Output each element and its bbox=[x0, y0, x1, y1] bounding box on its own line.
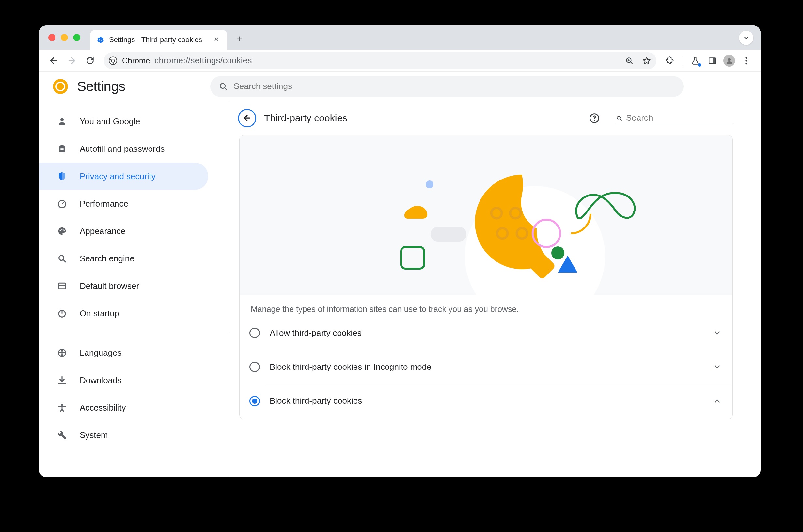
svg-point-7 bbox=[745, 57, 747, 58]
svg-rect-36 bbox=[401, 247, 424, 269]
svg-point-25 bbox=[61, 404, 63, 406]
tab-strip: Settings - Third-party cookies bbox=[39, 25, 761, 50]
svg-point-38 bbox=[551, 246, 565, 260]
page-title: Third-party cookies bbox=[264, 113, 347, 124]
profile-button[interactable] bbox=[721, 53, 737, 69]
radio-icon bbox=[249, 362, 260, 372]
svg-rect-15 bbox=[60, 149, 63, 150]
option-label: Allow third-party cookies bbox=[270, 328, 703, 338]
sidebar-item-privacy[interactable]: Privacy and security bbox=[39, 163, 208, 190]
radio-icon bbox=[249, 328, 260, 338]
palette-icon bbox=[56, 225, 68, 237]
zoom-icon[interactable] bbox=[625, 56, 634, 65]
forward-button[interactable] bbox=[64, 53, 80, 69]
svg-point-17 bbox=[60, 230, 61, 231]
dots-vertical-icon bbox=[745, 56, 747, 65]
speedometer-icon bbox=[56, 198, 68, 210]
window-controls bbox=[48, 34, 80, 41]
clipboard-icon bbox=[56, 143, 68, 155]
chevron-up-icon bbox=[713, 397, 721, 405]
svg-point-20 bbox=[64, 230, 65, 231]
page-search-input[interactable] bbox=[626, 113, 732, 123]
svg-point-6 bbox=[728, 58, 730, 61]
page-search[interactable] bbox=[615, 111, 733, 125]
svg-point-8 bbox=[745, 60, 747, 61]
right-gutter bbox=[744, 101, 761, 477]
labs-button[interactable] bbox=[687, 53, 703, 69]
sidebar-item-default-browser[interactable]: Default browser bbox=[39, 272, 228, 300]
sidebar-label: Search engine bbox=[80, 253, 134, 264]
cookies-illustration bbox=[240, 135, 732, 295]
svg-rect-35 bbox=[431, 227, 466, 242]
sidebar-divider bbox=[39, 333, 228, 333]
browser-tab[interactable]: Settings - Third-party cookies bbox=[90, 30, 227, 50]
svg-point-27 bbox=[594, 120, 595, 121]
option-block-third-party[interactable]: Block third-party cookies bbox=[265, 384, 732, 418]
chrome-brand-icon bbox=[53, 79, 68, 94]
option-allow-third-party[interactable]: Allow third-party cookies bbox=[240, 316, 732, 350]
extensions-button[interactable] bbox=[662, 53, 678, 69]
page-back-button[interactable] bbox=[238, 109, 256, 127]
svg-point-0 bbox=[99, 39, 101, 41]
svg-rect-13 bbox=[60, 145, 63, 147]
sidepanel-button[interactable] bbox=[704, 53, 720, 69]
reload-button[interactable] bbox=[82, 53, 98, 69]
sidebar-item-you-and-google[interactable]: You and Google bbox=[39, 108, 228, 135]
svg-rect-14 bbox=[60, 148, 63, 149]
sidebar-label: Accessibility bbox=[80, 403, 126, 413]
option-label: Block third-party cookies bbox=[270, 396, 703, 406]
chevron-down-icon bbox=[713, 363, 721, 371]
sidebar-label: You and Google bbox=[80, 116, 140, 127]
back-button[interactable] bbox=[46, 53, 61, 69]
sidebar-label: Default browser bbox=[80, 281, 139, 291]
maximize-window-button[interactable] bbox=[73, 34, 80, 41]
search-icon bbox=[616, 114, 622, 122]
radio-icon bbox=[249, 396, 260, 406]
cookie-options: Allow third-party cookies Block third-pa… bbox=[240, 316, 732, 419]
page-description: Manage the types of information sites ca… bbox=[240, 295, 732, 316]
close-icon bbox=[213, 36, 219, 42]
menu-button[interactable] bbox=[738, 53, 754, 69]
person-icon bbox=[56, 116, 68, 127]
arrow-left-icon bbox=[242, 113, 252, 123]
settings-gear-icon bbox=[97, 36, 104, 44]
settings-search-input[interactable] bbox=[234, 81, 675, 91]
settings-main: Third-party cookies bbox=[228, 101, 744, 477]
url-text: chrome://settings/cookies bbox=[154, 56, 252, 65]
settings-header: Settings bbox=[39, 72, 761, 101]
sidebar-item-search-engine[interactable]: Search engine bbox=[39, 245, 228, 272]
tab-dropdown-button[interactable] bbox=[739, 31, 753, 45]
help-button[interactable] bbox=[588, 112, 601, 125]
sidebar-label: Languages bbox=[80, 348, 122, 358]
sidebar-item-system[interactable]: System bbox=[39, 421, 228, 449]
close-tab-button[interactable] bbox=[212, 34, 221, 46]
url-chip: Chrome bbox=[122, 56, 150, 65]
reload-icon bbox=[85, 56, 95, 65]
sidebar-item-downloads[interactable]: Downloads bbox=[39, 366, 228, 394]
svg-point-18 bbox=[61, 229, 62, 230]
settings-title: Settings bbox=[77, 79, 125, 94]
new-tab-button[interactable] bbox=[232, 31, 247, 47]
svg-rect-22 bbox=[58, 283, 66, 289]
address-bar[interactable]: Chrome chrome://settings/cookies bbox=[104, 52, 656, 69]
settings-page: Settings You and Google Autofill and pas… bbox=[39, 72, 761, 477]
shield-icon bbox=[56, 170, 68, 182]
sidebar-item-autofill[interactable]: Autofill and passwords bbox=[39, 135, 228, 163]
browser-icon bbox=[56, 280, 68, 292]
divider bbox=[683, 56, 683, 65]
sidebar-item-appearance[interactable]: Appearance bbox=[39, 217, 228, 245]
minimize-window-button[interactable] bbox=[61, 34, 68, 41]
sidebar-item-performance[interactable]: Performance bbox=[39, 190, 228, 217]
svg-rect-5 bbox=[712, 58, 715, 63]
svg-point-11 bbox=[60, 118, 64, 121]
plus-icon bbox=[236, 35, 243, 42]
option-block-incognito[interactable]: Block third-party cookies in Incognito m… bbox=[265, 350, 732, 384]
sidebar-item-on-startup[interactable]: On startup bbox=[39, 300, 228, 327]
close-window-button[interactable] bbox=[48, 34, 56, 41]
sidebar-item-languages[interactable]: Languages bbox=[39, 339, 228, 366]
sidebar-label: Autofill and passwords bbox=[80, 144, 165, 154]
sidebar-item-accessibility[interactable]: Accessibility bbox=[39, 394, 228, 421]
bookmark-star-icon[interactable] bbox=[642, 56, 651, 65]
wrench-icon bbox=[56, 429, 68, 441]
settings-search[interactable] bbox=[210, 76, 684, 97]
